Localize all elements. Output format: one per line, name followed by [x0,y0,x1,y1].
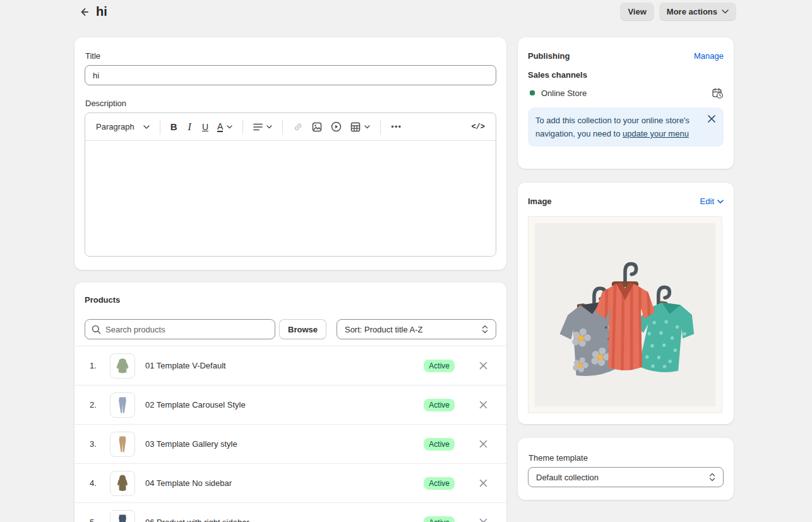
banner-close-icon[interactable] [707,114,717,124]
channel-name: Online Store [541,88,711,98]
chevron-down-icon [722,9,729,14]
chevron-down-icon [227,125,232,129]
search-products-input[interactable] [105,325,268,334]
remove-product-icon[interactable] [477,360,489,372]
italic-button[interactable]: I [183,119,196,135]
image-card: Image Edit [518,183,734,424]
text-color-button[interactable]: A [214,119,236,135]
show-html-button[interactable]: </> [468,120,488,134]
sales-channels-heading: Sales channels [528,70,724,80]
theme-template-label: Theme template [528,453,724,463]
collection-image-preview [528,216,722,413]
paragraph-style-dropdown[interactable]: Paragraph [93,119,153,134]
product-thumbnail [110,432,135,457]
description-label: Description [85,99,496,108]
remove-product-icon[interactable] [477,517,489,522]
updown-chevrons-icon [709,473,715,482]
insert-image-button[interactable] [309,119,325,135]
products-controls: Browse Sort: Product title A-Z [85,319,496,339]
image-icon [312,122,322,132]
publishing-heading: Publishing [528,51,570,61]
status-badge: Active [424,360,455,372]
toolbar-divider [242,119,243,135]
chevron-down-icon [143,125,150,129]
status-badge: Active [424,516,455,522]
topbar-actions: View More actions [620,3,736,21]
product-row: 2. 02 Template Carousel Style Active [75,385,506,424]
bold-button[interactable]: B [167,119,181,135]
remove-product-icon[interactable] [477,439,489,450]
product-title: 04 Template No sidebar [145,478,424,488]
link-button[interactable] [290,119,306,135]
schedule-calendar-icon[interactable] [711,87,724,99]
product-thumbnail [110,471,135,496]
row-index: 5. [90,518,102,522]
table-icon [350,122,361,132]
remove-product-icon[interactable] [477,478,489,489]
browse-button[interactable]: Browse [279,319,326,339]
sort-select[interactable]: Sort: Product title A-Z [337,319,496,339]
manage-link[interactable]: Manage [694,51,724,61]
theme-template-select[interactable]: Default collection [528,467,724,487]
product-thumbnail [110,510,135,522]
back-arrow-icon[interactable] [77,5,91,19]
shirts-illustration [546,239,704,391]
product-search-box[interactable] [85,319,275,339]
underline-button[interactable]: U [199,119,212,135]
updown-chevrons-icon [482,325,488,334]
description-editor: Paragraph B I U A [85,112,496,257]
product-row: 1. 01 Template V-Default Active [75,346,506,385]
status-badge: Active [424,438,455,451]
insert-video-button[interactable] [328,119,345,135]
link-icon [293,122,303,132]
products-card: Products Browse Sort: Product title A-Z … [75,282,506,522]
product-row: 4. 04 Template No sidebar Active [75,463,506,502]
toolbar-divider [282,119,283,135]
product-row: 3. 03 Template Gallery style Active [75,424,506,463]
row-index: 2. [90,400,102,410]
product-rows: 1. 01 Template V-Default Active 2. 02 Te… [75,346,506,522]
more-actions-button[interactable]: More actions [659,3,736,21]
navigation-info-banner: To add this collection to your online st… [528,107,724,147]
status-badge: Active [424,477,455,490]
insert-table-button[interactable] [347,119,373,135]
chevron-down-icon [717,200,724,203]
editor-toolbar: Paragraph B I U A [85,113,496,141]
banner-text: To add this collection to your online st… [535,114,695,140]
search-icon [92,325,101,334]
more-formatting-button[interactable]: ••• [388,119,405,134]
description-textarea[interactable] [85,141,496,257]
view-button[interactable]: View [620,3,654,21]
row-index: 4. [90,478,102,488]
product-title: 01 Template V-Default [145,361,424,370]
product-title: 02 Template Carousel Style [145,400,424,410]
row-index: 3. [90,439,102,449]
collection-details-card: Title Description Paragraph B I U A [75,37,506,270]
row-index: 1. [90,361,102,370]
theme-template-card: Theme template Default collection [518,438,734,500]
product-thumbnail [110,392,135,418]
remove-product-icon[interactable] [477,399,489,411]
product-title: 06 Product with right sidebar [145,518,424,522]
edit-image-link[interactable]: Edit [700,197,724,206]
publishing-card: Publishing Manage Sales channels Online … [518,37,734,169]
page-title: hi [96,4,107,19]
product-row: 5. 06 Product with right sidebar Active [75,502,506,522]
align-left-icon [253,123,263,131]
title-input[interactable] [85,65,496,85]
chevron-down-icon [364,125,370,129]
products-heading: Products [85,295,496,305]
title-label: Title [85,51,496,61]
image-heading: Image [528,197,552,206]
chevron-down-icon [266,125,272,129]
channel-row: Online Store [528,87,724,99]
alignment-button[interactable] [250,121,275,133]
update-your-menu-link[interactable]: update your menu [623,129,689,138]
toolbar-divider [380,119,381,135]
channel-status-dot [530,90,535,95]
topbar: hi View More actions [0,0,812,28]
status-badge: Active [424,399,455,411]
product-title: 03 Template Gallery style [145,439,424,449]
toolbar-divider [160,119,160,135]
product-thumbnail [110,353,135,379]
